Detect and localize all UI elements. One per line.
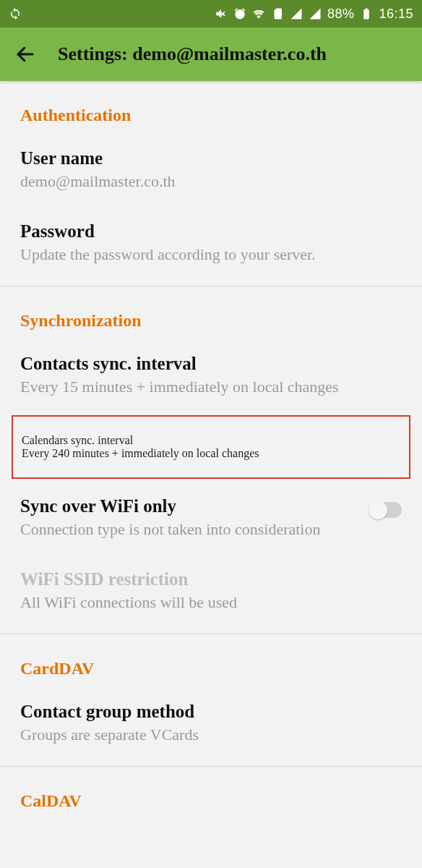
- page-title: Settings: demo@mailmaster.co.th: [58, 43, 327, 65]
- item-title: User name: [20, 147, 402, 169]
- section-header-caldav: CalDAV: [0, 767, 422, 831]
- battery-percent: 88%: [327, 7, 355, 22]
- section-header-synchronization: Synchronization: [0, 286, 422, 339]
- item-title: Contact group method: [20, 700, 402, 723]
- item-subtitle: Every 240 minutes + immediately on local…: [22, 447, 400, 460]
- item-password[interactable]: Password Update the password according t…: [0, 207, 422, 280]
- arrow-left-icon: [14, 43, 36, 65]
- item-title: Contacts sync. interval: [20, 352, 402, 375]
- mute-icon: [215, 7, 228, 20]
- item-subtitle: Connection type is not taken into consid…: [20, 519, 357, 540]
- status-bar: 88% 16:15: [0, 0, 422, 27]
- item-wifi-ssid-restriction: WiFi SSID restriction All WiFi connectio…: [0, 555, 422, 628]
- item-sync-wifi-only[interactable]: Sync over WiFi only Connection type is n…: [0, 482, 422, 555]
- signal-2-icon: [309, 7, 322, 20]
- signal-1-icon: [290, 7, 303, 20]
- alarm-icon: [233, 7, 246, 20]
- section-header-carddav: CardDAV: [0, 634, 422, 687]
- item-username[interactable]: User name demo@mailmaster.co.th: [0, 134, 422, 207]
- item-title: Password: [20, 220, 402, 242]
- item-subtitle: Groups are separate VCards: [20, 724, 402, 746]
- item-contact-group-method[interactable]: Contact group method Groups are separate…: [0, 687, 422, 760]
- item-contacts-sync-interval[interactable]: Contacts sync. interval Every 15 minutes…: [0, 339, 422, 412]
- item-title: Sync over WiFi only: [20, 495, 357, 517]
- item-subtitle: Every 15 minutes + immediately on local …: [20, 376, 402, 398]
- item-title: Calendars sync. interval: [22, 434, 400, 447]
- item-title: WiFi SSID restriction: [20, 568, 402, 590]
- item-subtitle: demo@mailmaster.co.th: [20, 171, 402, 192]
- sync-icon: [9, 7, 22, 20]
- toggle-knob: [369, 501, 387, 519]
- wifi-icon: [252, 7, 265, 20]
- settings-list: Authentication User name demo@mailmaster…: [0, 81, 422, 831]
- clock-text: 16:15: [379, 7, 413, 22]
- item-calendars-sync-interval[interactable]: Calendars sync. interval Every 240 minut…: [12, 415, 410, 479]
- section-header-authentication: Authentication: [0, 81, 422, 134]
- item-subtitle: Update the password according to your se…: [20, 244, 402, 265]
- battery-icon: [360, 7, 373, 20]
- back-button[interactable]: [13, 42, 38, 67]
- sim-icon: [271, 7, 284, 20]
- wifi-only-toggle[interactable]: [369, 502, 402, 518]
- item-subtitle: All WiFi connections will be used: [20, 592, 402, 613]
- app-bar: Settings: demo@mailmaster.co.th: [0, 27, 422, 81]
